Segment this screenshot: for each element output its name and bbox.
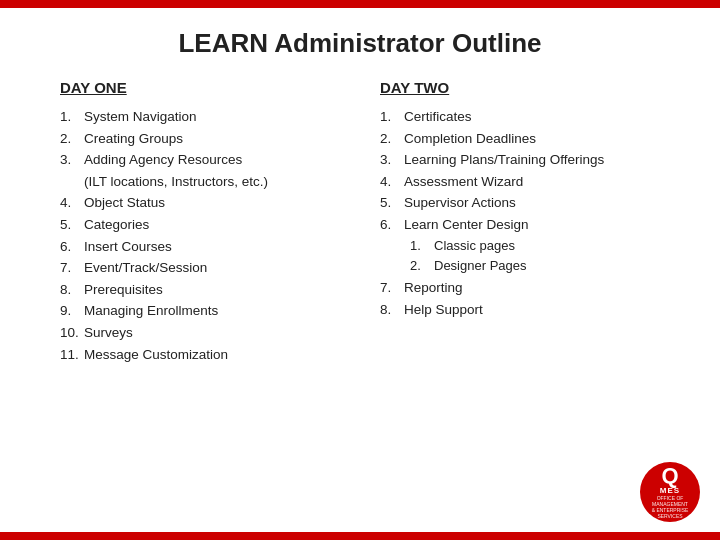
sub-list-item: 1. Classic pages xyxy=(410,236,660,257)
list-item: 8. Prerequisites xyxy=(60,279,340,301)
item-num: 3. xyxy=(380,149,400,171)
list-item: 5. Supervisor Actions xyxy=(380,192,660,214)
logo-sub: OFFICE OF MANAGEMENT& ENTERPRISE SERVICE… xyxy=(640,495,700,519)
item-num: 5. xyxy=(380,192,400,214)
bottom-bar xyxy=(0,532,720,540)
list-item: 3. Learning Plans/Training Offerings xyxy=(380,149,660,171)
item-num: 9. xyxy=(60,300,80,322)
item-num: 5. xyxy=(60,214,80,236)
list-item: 5. Categories xyxy=(60,214,340,236)
item-text: Supervisor Actions xyxy=(404,192,516,214)
item-text: Learning Plans/Training Offerings xyxy=(404,149,604,171)
logo-q: Q xyxy=(661,465,678,487)
item-text: Managing Enrollments xyxy=(84,300,218,322)
item-text: Reporting xyxy=(404,277,463,299)
item-text: Certificates xyxy=(404,106,472,128)
day-two-column: DAY TWO 1. Certificates 2. Completion De… xyxy=(380,79,660,365)
list-item: 1. System Navigation xyxy=(60,106,340,128)
list-item: 2. Completion Deadlines xyxy=(380,128,660,150)
item-num: 2. xyxy=(380,128,400,150)
item-num: 4. xyxy=(380,171,400,193)
item-num: 10. xyxy=(60,322,80,344)
day-one-column: DAY ONE 1. System Navigation 2. Creating… xyxy=(60,79,340,365)
list-item: 9. Managing Enrollments xyxy=(60,300,340,322)
list-item: (ILT locations, Instructors, etc.) xyxy=(60,171,340,193)
item-text: Message Customization xyxy=(84,344,228,366)
item-num: 7. xyxy=(60,257,80,279)
sub-item-text: Classic pages xyxy=(434,236,515,257)
list-item: 11. Message Customization xyxy=(60,344,340,366)
item-text: Prerequisites xyxy=(84,279,163,301)
item-text: System Navigation xyxy=(84,106,197,128)
logo-area: Q MES OFFICE OF MANAGEMENT& ENTERPRISE S… xyxy=(640,462,700,522)
top-bar xyxy=(0,0,720,8)
item-num xyxy=(60,171,80,193)
item-text: Surveys xyxy=(84,322,133,344)
item-num: 1. xyxy=(60,106,80,128)
item-text: Event/Track/Session xyxy=(84,257,207,279)
sub-item-num: 2. xyxy=(410,256,430,277)
item-text: Insert Courses xyxy=(84,236,172,258)
item-text: (ILT locations, Instructors, etc.) xyxy=(84,171,268,193)
list-item: 8. Help Support xyxy=(380,299,660,321)
list-item: 10. Surveys xyxy=(60,322,340,344)
day-two-header: DAY TWO xyxy=(380,79,660,96)
list-item: 3. Adding Agency Resources xyxy=(60,149,340,171)
list-item: 4. Assessment Wizard xyxy=(380,171,660,193)
item-num: 2. xyxy=(60,128,80,150)
sub-item-num: 1. xyxy=(410,236,430,257)
list-item: 2. Creating Groups xyxy=(60,128,340,150)
item-text: Completion Deadlines xyxy=(404,128,536,150)
list-item: 7. Event/Track/Session xyxy=(60,257,340,279)
sub-list: 1. Classic pages 2. Designer Pages xyxy=(410,236,660,278)
logo-circle: Q MES OFFICE OF MANAGEMENT& ENTERPRISE S… xyxy=(640,462,700,522)
item-num: 8. xyxy=(380,299,400,321)
list-item: 6. Insert Courses xyxy=(60,236,340,258)
sub-list-item: 2. Designer Pages xyxy=(410,256,660,277)
item-num: 6. xyxy=(380,214,400,236)
item-text: Adding Agency Resources xyxy=(84,149,242,171)
list-item: 1. Certificates xyxy=(380,106,660,128)
item-num: 4. xyxy=(60,192,80,214)
list-item: 7. Reporting xyxy=(380,277,660,299)
day-one-header: DAY ONE xyxy=(60,79,340,96)
list-item: 4. Object Status xyxy=(60,192,340,214)
item-num: 6. xyxy=(60,236,80,258)
item-num: 1. xyxy=(380,106,400,128)
item-num: 7. xyxy=(380,277,400,299)
content-area: DAY ONE 1. System Navigation 2. Creating… xyxy=(0,79,720,365)
item-text: Learn Center Design xyxy=(404,214,529,236)
item-num: 8. xyxy=(60,279,80,301)
item-text: Categories xyxy=(84,214,149,236)
item-num: 11. xyxy=(60,344,80,366)
list-item: 6. Learn Center Design xyxy=(380,214,660,236)
item-text: Creating Groups xyxy=(84,128,183,150)
item-text: Object Status xyxy=(84,192,165,214)
item-text: Help Support xyxy=(404,299,483,321)
item-text: Assessment Wizard xyxy=(404,171,523,193)
logo-mes: MES xyxy=(660,487,680,495)
item-num: 3. xyxy=(60,149,80,171)
sub-item-text: Designer Pages xyxy=(434,256,527,277)
page-title: LEARN Administrator Outline xyxy=(0,0,720,79)
